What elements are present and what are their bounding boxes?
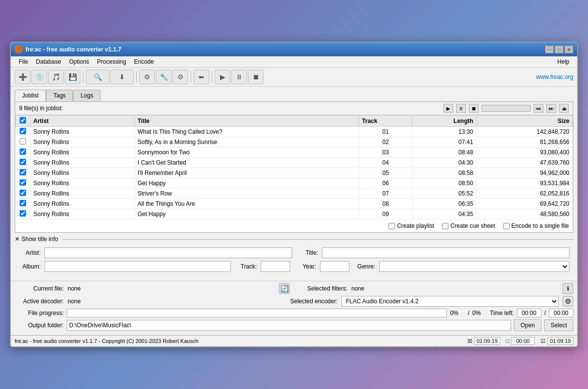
- play-button[interactable]: ▶: [215, 70, 230, 84]
- artist-title-row: Artist: Title:: [19, 247, 569, 258]
- title-info-label: Show title info: [22, 236, 58, 243]
- track-checkbox[interactable]: [20, 159, 26, 165]
- cddb-button[interactable]: ⬇: [110, 70, 134, 84]
- track-label: Track:: [235, 263, 257, 270]
- eject-btn[interactable]: ⏏: [559, 104, 569, 113]
- status-section: Current file: none 🔄 Selected filters: n…: [11, 281, 577, 335]
- table-row[interactable]: Sonny Rollins Softly, As in a Morning Su…: [16, 137, 573, 147]
- album-input[interactable]: [45, 261, 231, 272]
- track-input[interactable]: [261, 261, 290, 272]
- add-stream-button[interactable]: 🎵: [48, 70, 64, 84]
- create-cue-sheet-option[interactable]: Create cue sheet: [442, 222, 495, 229]
- create-playlist-option[interactable]: Create playlist: [389, 222, 434, 229]
- track-title: What Is This Thing Called Love?: [134, 127, 359, 137]
- track-checkbox[interactable]: [20, 128, 26, 134]
- settings-button[interactable]: ⚙: [139, 70, 155, 84]
- save-button[interactable]: 💾: [65, 70, 80, 84]
- select-folder-button[interactable]: Select: [544, 319, 573, 331]
- title-input[interactable]: [322, 247, 569, 258]
- separator-3: [191, 71, 191, 83]
- separator-2: [136, 71, 137, 83]
- menu-options[interactable]: Options: [65, 57, 93, 66]
- website-link[interactable]: www.freac.org: [536, 73, 573, 80]
- menu-file[interactable]: File: [15, 57, 32, 66]
- play-mini-btn[interactable]: ▶: [443, 104, 453, 113]
- tab-tags[interactable]: Tags: [46, 90, 73, 101]
- encode-single-option[interactable]: Encode to a single file: [503, 222, 569, 229]
- track-title: I Can't Get Started: [134, 158, 359, 168]
- table-row[interactable]: Sonny Rollins Get Happy 06 08:50 93,531,…: [16, 178, 573, 189]
- options-bar: Create playlist Create cue sheet Encode …: [15, 219, 573, 232]
- track-size: 93,531,984: [476, 178, 572, 189]
- track-checkbox[interactable]: [20, 138, 26, 145]
- menu-database[interactable]: Database: [32, 57, 65, 66]
- pause-mini-btn[interactable]: ⏸: [456, 104, 466, 113]
- track-size: 48,580,560: [476, 209, 572, 219]
- joblist-controls: ▶ ⏸ ⏹ ⏮ ⏭ ⏏: [443, 104, 569, 113]
- toolbar: ➕ 💿 🎵 💾 🔍 ⬇ ⚙ 🔧 ⚙ ⬅ ▶ ⏸ ⏹ www.freac.org: [11, 68, 577, 87]
- config-button[interactable]: ⚙: [172, 70, 188, 84]
- tab-joblist[interactable]: Joblist: [15, 90, 46, 101]
- close-button[interactable]: ✕: [564, 46, 573, 53]
- encode-single-checkbox[interactable]: [503, 223, 510, 229]
- table-row[interactable]: Sonny Rollins What Is This Thing Called …: [16, 127, 573, 137]
- pause-button[interactable]: ⏸: [231, 70, 247, 84]
- track-artist: Sonny Rollins: [30, 137, 135, 147]
- output-folder-input[interactable]: [67, 320, 511, 331]
- create-playlist-checkbox[interactable]: [389, 223, 395, 229]
- divider-line: [62, 239, 573, 240]
- track-checkbox[interactable]: [20, 200, 26, 206]
- track-length: 13:30: [413, 127, 477, 137]
- row-checkbox-cell: [16, 147, 30, 158]
- track-checkbox[interactable]: [20, 148, 26, 155]
- menu-processing[interactable]: Processing: [93, 57, 130, 66]
- artist-input[interactable]: [45, 247, 292, 258]
- year-input[interactable]: [320, 261, 349, 272]
- menu-encode[interactable]: Encode: [130, 57, 158, 66]
- time3-display: 01:09:19: [547, 337, 573, 345]
- open-folder-button[interactable]: Open: [514, 319, 541, 331]
- create-cue-sheet-checkbox[interactable]: [442, 223, 448, 229]
- track-number: 02: [359, 137, 412, 147]
- track-size: 47,639,760: [476, 158, 572, 168]
- track-number: 04: [359, 158, 412, 168]
- last-btn[interactable]: ⏭: [546, 104, 556, 113]
- format-button[interactable]: 🔧: [156, 70, 172, 84]
- stop-button[interactable]: ⏹: [248, 70, 264, 84]
- track-checkbox[interactable]: [20, 179, 26, 186]
- genre-select[interactable]: [379, 261, 569, 272]
- track-number: 08: [359, 199, 412, 209]
- filters-info-btn[interactable]: ℹ: [563, 283, 573, 294]
- track-length: 04:30: [413, 158, 477, 168]
- encoder-select[interactable]: FLAC Audio Encoder v1.4.2: [342, 296, 559, 307]
- maximize-button[interactable]: □: [555, 46, 564, 53]
- stop-mini-btn[interactable]: ⏹: [469, 104, 479, 113]
- refresh-filters-btn[interactable]: 🔄: [279, 283, 290, 294]
- add-file-button[interactable]: ➕: [15, 70, 30, 84]
- track-checkbox[interactable]: [20, 169, 26, 175]
- row-checkbox-cell: [16, 137, 30, 147]
- table-row[interactable]: Sonny Rollins Sonnymoon for Two 03 08:48…: [16, 147, 573, 158]
- create-cue-sheet-label: Create cue sheet: [450, 222, 495, 229]
- table-row[interactable]: Sonny Rollins Striver's Row 07 05:52 62,…: [16, 189, 573, 199]
- add-cd-button[interactable]: 💿: [31, 70, 47, 84]
- toggle-x-icon: ✕: [15, 236, 20, 243]
- track-checkbox[interactable]: [20, 190, 26, 196]
- table-row[interactable]: Sonny Rollins Get Happy 09 04:35 48,580,…: [16, 209, 573, 219]
- row-checkbox-cell: [16, 178, 30, 189]
- col-checkbox: [16, 116, 30, 127]
- table-row[interactable]: Sonny Rollins I'll Remember April 05 08:…: [16, 168, 573, 178]
- first-btn[interactable]: ⏮: [534, 104, 543, 113]
- encoder-settings-btn[interactable]: ⚙: [563, 296, 573, 307]
- table-row[interactable]: Sonny Rollins I Can't Get Started 04 04:…: [16, 158, 573, 168]
- table-row[interactable]: Sonny Rollins All the Things You Are 08 …: [16, 199, 573, 209]
- tab-logs[interactable]: Logs: [73, 90, 100, 101]
- search-button[interactable]: 🔍: [86, 70, 109, 84]
- prev-button[interactable]: ⬅: [194, 70, 209, 84]
- select-all-checkbox[interactable]: [20, 117, 26, 123]
- title-bar: 🎵 fre:ac - free audio converter v1.1.7 ─…: [11, 43, 577, 56]
- menu-help[interactable]: Help: [553, 57, 573, 66]
- minimize-button[interactable]: ─: [545, 46, 554, 53]
- track-checkbox[interactable]: [20, 210, 26, 217]
- title-info-toggle[interactable]: ✕ Show title info: [15, 236, 58, 243]
